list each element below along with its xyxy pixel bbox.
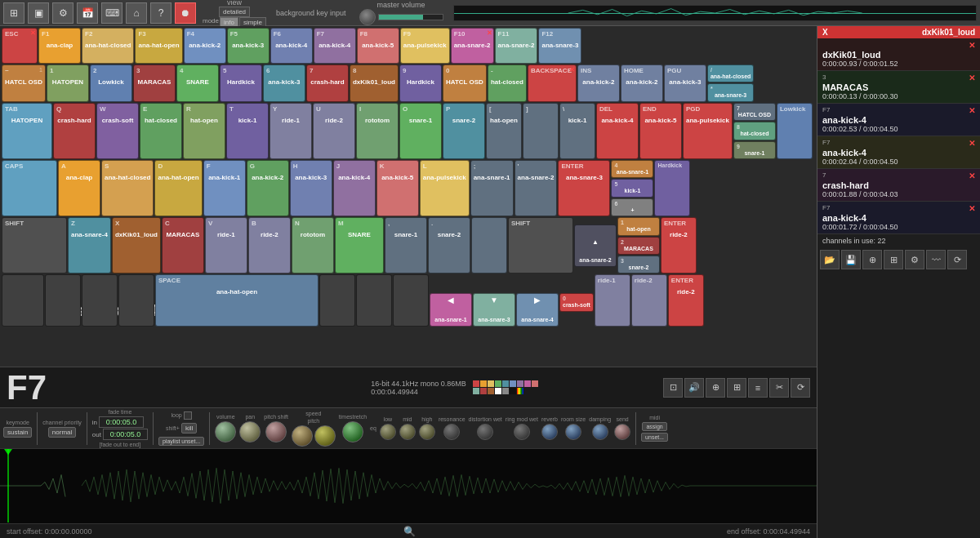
key-bracket-r[interactable]: ] <box>523 103 559 159</box>
key-t[interactable]: T kick-1 <box>226 103 269 159</box>
key-z[interactable]: Z ana-snare-4 <box>68 217 111 273</box>
loop-checkbox[interactable] <box>184 411 192 420</box>
key-num3[interactable]: 3 snare-2 <box>617 256 660 273</box>
toolbar-btn-7[interactable]: ? <box>150 2 172 24</box>
key-shift-r[interactable]: SHIFT <box>508 217 573 273</box>
key-o[interactable]: O snare-1 <box>399 103 442 159</box>
key-f3[interactable]: F3 ana-hat-open <box>135 28 182 64</box>
midi-assign-btn[interactable]: assign <box>642 422 666 431</box>
normal-btn[interactable]: normal <box>48 427 76 438</box>
fade-in-input[interactable] <box>99 416 144 428</box>
key-num4[interactable]: 4 ana-snare-1 <box>611 160 653 178</box>
key-1[interactable]: 1 HATOPEN <box>47 64 89 102</box>
key-f4[interactable]: F4 ana-kick-2 <box>184 28 226 64</box>
key-f12[interactable]: F12 ana-snare-3 <box>538 28 581 64</box>
key-8[interactable]: 8 dxKik01_loud <box>350 64 399 102</box>
toolbar-btn-4[interactable]: 📅 <box>77 2 98 24</box>
speed-knob[interactable] <box>292 425 313 447</box>
key-h[interactable]: H ana-kick-3 <box>290 160 332 216</box>
key-uparrow[interactable]: ▲ ana-snare-2 <box>574 225 617 267</box>
key-esc[interactable]: ESC ✕ <box>2 28 38 64</box>
high-knob[interactable] <box>419 424 435 440</box>
key-2[interactable]: 2 Lowkick <box>90 64 132 102</box>
key-rightarrow[interactable]: ▶ ana-snare-4 <box>516 293 559 326</box>
key-f7[interactable]: F7 ana-kick-4 <box>314 28 356 64</box>
key-space[interactable]: SPACE ana-hat-open <box>155 274 318 326</box>
key-home[interactable]: HOME ana-kick-2 <box>621 64 663 102</box>
key-9[interactable]: 9 Hardkick <box>399 64 442 102</box>
key-m[interactable]: M SNARE <box>335 217 384 273</box>
timestretch-knob[interactable] <box>342 421 363 442</box>
key-f10[interactable]: F10 ana-snare-2 ✕ <box>451 28 494 64</box>
pitch-knob[interactable] <box>314 425 336 447</box>
rp-item2-close[interactable]: ✕ <box>969 73 975 82</box>
key-fn[interactable] <box>45 274 81 326</box>
playlist-btn[interactable]: playlist unset... <box>158 437 204 446</box>
rp-item1-close[interactable]: ✕ <box>969 41 975 50</box>
toolbar-btn-6[interactable]: ⌂ <box>126 2 147 24</box>
key-f6[interactable]: F6 ana-kick-4 <box>270 28 313 64</box>
key-k[interactable]: K ana-kick-5 <box>376 160 419 216</box>
key-quote[interactable]: ' ana-snare-2 <box>514 160 558 216</box>
info-tool-3[interactable]: ⊕ <box>706 378 725 398</box>
key-f5[interactable]: F5 ana-kick-3 <box>227 28 270 64</box>
toolbar-btn-5[interactable]: ⌨ <box>101 2 122 24</box>
key-e[interactable]: E hat-closed <box>140 103 182 159</box>
low-knob[interactable] <box>380 424 396 440</box>
key-f[interactable]: F ana-kick-1 <box>203 160 246 216</box>
key-downarrow[interactable]: ▼ ana-snare-3 <box>473 293 515 326</box>
reverb-knob[interactable] <box>541 424 558 440</box>
key-f9[interactable]: F9 ana-pulsekick <box>400 28 450 64</box>
key-menu[interactable] <box>356 274 392 326</box>
key-ins[interactable]: INS ana-kick-2 <box>577 64 620 102</box>
key-j[interactable]: J ana-kick-4 <box>333 160 376 216</box>
key-minus[interactable]: - hat-closed <box>488 64 527 102</box>
key-tilde[interactable]: ~ 1 HATCL OSD <box>2 64 46 102</box>
key-num5[interactable]: 5 kick-1 <box>611 179 653 197</box>
toolbar-btn-2[interactable]: ▣ <box>28 2 49 24</box>
key-del[interactable]: DEL ana-kick-4 <box>596 103 639 159</box>
rp-tool-wave[interactable]: 〰 <box>926 250 946 269</box>
rp-tool-grid[interactable]: ⊞ <box>884 250 903 269</box>
key-backslash[interactable]: \ kick-1 <box>559 103 595 159</box>
key-d[interactable]: D ana-hat-open <box>154 160 202 216</box>
distortion-knob[interactable] <box>477 424 493 440</box>
key-bracket-l[interactable]: [ hat-open <box>486 103 522 159</box>
key-b[interactable]: B ride-2 <box>248 217 291 273</box>
key-ride2-r[interactable]: ride-2 <box>631 274 667 326</box>
key-l[interactable]: L ana-pulsekick <box>420 160 470 216</box>
key-q[interactable]: Q crash-hard <box>53 103 96 159</box>
rp-close-btn[interactable]: X <box>822 28 828 37</box>
key-end[interactable]: END ana-kick-5 <box>639 103 682 159</box>
ring-mod-knob[interactable] <box>514 424 530 440</box>
key-num7[interactable]: 7 HATCL OSD <box>733 103 776 121</box>
fade-out-input[interactable] <box>103 429 148 440</box>
rp-item4-close[interactable]: ✕ <box>969 139 975 148</box>
key-comma[interactable]: , snare-1 <box>385 217 427 273</box>
rp-tool-refresh[interactable]: ⟳ <box>947 250 967 269</box>
key-alt-l[interactable] <box>118 274 154 326</box>
toolbar-btn-3[interactable]: ⚙ <box>52 2 74 24</box>
key-6[interactable]: 6 ana-kick-3 <box>263 64 305 102</box>
key-semicolon[interactable]: ; ana-snare-1 <box>470 160 514 216</box>
key-num6[interactable]: 6 + <box>611 198 653 216</box>
pan-knob[interactable] <box>239 421 261 442</box>
send-knob[interactable] <box>614 424 630 440</box>
room-size-knob[interactable] <box>565 424 581 440</box>
key-num2[interactable]: 2 MARACAS <box>617 237 660 255</box>
volume-knob[interactable] <box>215 421 236 442</box>
key-f8[interactable]: F8 ana-kick-5 <box>357 28 399 64</box>
key-7[interactable]: 7 crash-hard <box>306 64 349 102</box>
key-fwdslash[interactable] <box>471 217 507 273</box>
key-enter[interactable]: ENTER ana-snare-3 <box>558 160 610 216</box>
key-pgd[interactable]: PGD ana-pulsekick <box>683 103 733 159</box>
key-u[interactable]: U ride-2 <box>313 103 355 159</box>
info-tool-6[interactable]: ✂ <box>769 378 789 398</box>
key-f11[interactable]: F11 ana-snare-2 <box>495 28 538 64</box>
key-lowkick-r[interactable]: Lowkick <box>777 103 813 159</box>
key-3[interactable]: 3 MARACAS <box>133 64 176 102</box>
key-num0[interactable]: 0 crash-soft <box>559 293 594 311</box>
key-caps[interactable]: CAPS <box>2 160 57 216</box>
key-leftarrow[interactable]: ◀ ana-snare-1 <box>430 293 472 326</box>
key-f1[interactable]: F1 ana-clap <box>38 28 81 64</box>
